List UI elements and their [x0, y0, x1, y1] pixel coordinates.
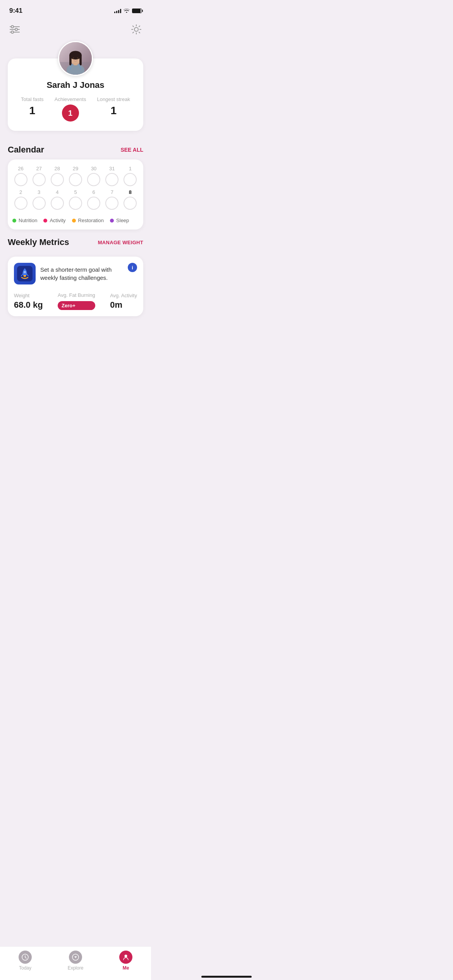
svg-point-17: [24, 271, 26, 273]
cal-day-29[interactable]: 29: [67, 166, 84, 186]
status-bar: 9:41: [0, 0, 151, 19]
restoration-label: Restoration: [78, 218, 104, 223]
activity-label: Activity: [50, 218, 65, 223]
cal-day-2[interactable]: 2: [12, 189, 29, 210]
legend-nutrition: Nutrition: [12, 218, 37, 223]
metrics-header: Weekly Metrics MANAGE WEIGHT: [8, 230, 143, 252]
weight-label: Weight: [14, 293, 43, 298]
manage-weight-button[interactable]: MANAGE WEIGHT: [98, 240, 143, 245]
sleep-label: Sleep: [116, 218, 129, 223]
toolbar: [0, 19, 151, 41]
cal-day-4[interactable]: 4: [49, 189, 65, 210]
svg-point-4: [15, 28, 17, 31]
legend-sleep: Sleep: [110, 218, 129, 223]
activity-dot: [43, 219, 47, 223]
metrics-title: Weekly Metrics: [8, 237, 69, 247]
svg-point-15: [77, 57, 79, 59]
svg-point-14: [73, 57, 74, 59]
cal-day-30[interactable]: 30: [86, 166, 102, 186]
svg-rect-12: [69, 55, 72, 65]
longest-streak-label: Longest streak: [97, 96, 130, 102]
weekly-metrics-section: Weekly Metrics MANAGE WEIGHT: [0, 230, 151, 316]
avatar: [58, 41, 93, 76]
longest-streak-stat: Longest streak 1: [97, 96, 130, 122]
calendar-see-all[interactable]: SEE ALL: [120, 147, 143, 153]
cal-day-31[interactable]: 31: [104, 166, 120, 186]
legend-activity: Activity: [43, 218, 65, 223]
promo-text: Set a shorter-term goal with weekly fast…: [40, 266, 123, 282]
achievements-label: Achievements: [55, 96, 86, 102]
metrics-promo: Set a shorter-term goal with weekly fast…: [14, 263, 137, 284]
metrics-stats: Weight 68.0 kg Avg. Fat Burning Zero+ Av…: [14, 292, 137, 310]
status-time: 9:41: [9, 7, 22, 15]
avg-activity-value: 0m: [110, 300, 137, 310]
zero-plus-badge: Zero+: [58, 301, 95, 310]
achievements-stat: Achievements 1: [55, 96, 86, 122]
calendar-card: 26 27 28 29 30 31: [8, 159, 143, 230]
cal-day-8[interactable]: 8: [122, 189, 139, 210]
total-fasts-stat: Total fasts 1: [21, 96, 44, 122]
calendar-header: Calendar SEE ALL: [0, 137, 151, 159]
promo-icon: [14, 263, 36, 284]
filter-button[interactable]: [8, 22, 22, 36]
fat-burning-label: Avg. Fat Burning: [58, 292, 95, 298]
cal-day-28[interactable]: 28: [49, 166, 65, 186]
cal-day-6[interactable]: 6: [86, 189, 102, 210]
calendar-title: Calendar: [8, 145, 44, 155]
cal-day-26[interactable]: 26: [12, 166, 29, 186]
cal-day-27[interactable]: 27: [31, 166, 47, 186]
wifi-icon: [124, 8, 130, 14]
signal-icon: [114, 9, 121, 13]
svg-point-5: [11, 31, 14, 33]
nutrition-label: Nutrition: [19, 218, 37, 223]
nutrition-dot: [12, 219, 16, 223]
restoration-dot: [72, 219, 76, 223]
cal-day-7[interactable]: 7: [104, 189, 120, 210]
status-icons: [114, 8, 142, 14]
weight-metric: Weight 68.0 kg: [14, 293, 43, 310]
fat-burning-metric: Avg. Fat Burning Zero+: [58, 292, 95, 310]
cal-day-3[interactable]: 3: [31, 189, 47, 210]
calendar-grid: 26 27 28 29 30 31: [12, 166, 139, 210]
total-fasts-label: Total fasts: [21, 96, 44, 102]
avg-activity-label: Avg. Activity: [110, 293, 137, 298]
total-fasts-value: 1: [29, 105, 36, 117]
calendar-legend: Nutrition Activity Restoration Sleep: [12, 216, 139, 223]
info-button[interactable]: i: [128, 263, 137, 272]
weight-value: 68.0 kg: [14, 300, 43, 310]
profile-section: Sarah J Jonas Total fasts 1 Achievements…: [0, 41, 151, 137]
svg-rect-13: [79, 55, 82, 65]
longest-streak-value: 1: [110, 105, 117, 117]
settings-button[interactable]: [129, 22, 143, 36]
achievement-badge: 1: [62, 105, 79, 122]
legend-restoration: Restoration: [72, 218, 104, 223]
cal-day-5[interactable]: 5: [67, 189, 84, 210]
profile-name: Sarah J Jonas: [46, 80, 104, 90]
cal-day-1[interactable]: 1: [122, 166, 139, 186]
metrics-card: Set a shorter-term goal with weekly fast…: [8, 257, 143, 316]
svg-point-3: [11, 26, 14, 28]
activity-metric: Avg. Activity 0m: [110, 293, 137, 310]
stats-row: Total fasts 1 Achievements 1 Longest str…: [15, 96, 136, 122]
battery-icon: [132, 9, 142, 13]
sleep-dot: [110, 219, 114, 223]
